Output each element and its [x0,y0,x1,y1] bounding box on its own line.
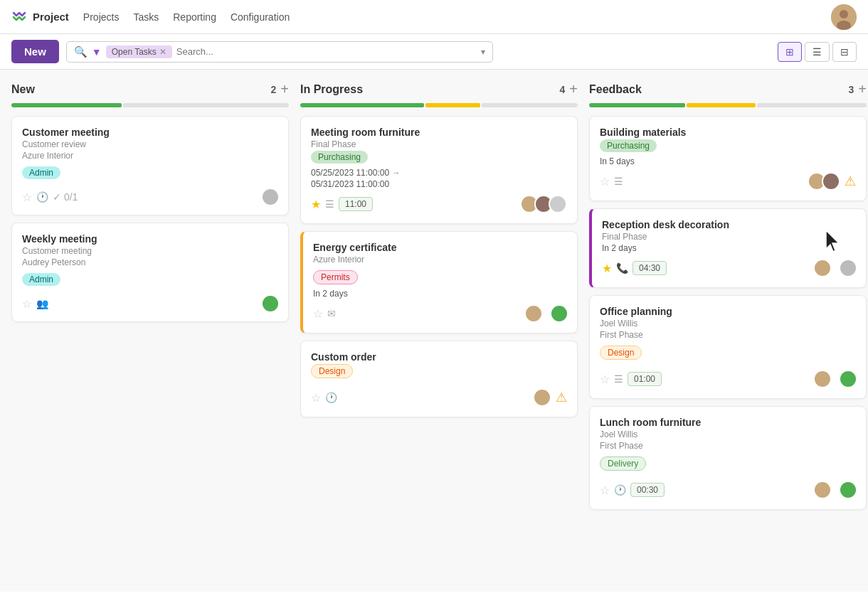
table-view-button[interactable]: ⊟ [832,42,857,62]
card-badge[interactable]: Design [600,346,642,360]
card-footer: ☆ ☰ 01:00 [600,370,856,388]
column-add-feedback[interactable]: + [858,81,867,97]
card-deadline: In 5 days [600,156,856,166]
mini-avatar [813,481,832,499]
column-title-new: New [11,83,267,96]
filter-tag[interactable]: Open Tasks ✕ [106,46,172,58]
card-footer: ☆ 👥 [22,296,278,311]
avatars [817,481,832,499]
card-footer: ☆ ☰ ⚠ [600,172,856,191]
user-avatar[interactable] [831,4,857,30]
phone-icon[interactable]: 📞 [616,262,628,274]
card-footer: ★ 📞 04:30 [602,259,856,277]
star-icon[interactable]: ★ [311,198,321,211]
star-icon[interactable]: ☆ [22,297,32,311]
filter-icon: ▼ [92,46,102,58]
card-badge[interactable]: Design [311,364,353,378]
column-count-feedback: 3 [849,84,854,95]
nav-reporting[interactable]: Reporting [173,11,216,23]
star-icon[interactable]: ☆ [311,391,321,405]
card-date-end: 05/31/2023 11:00:00 [311,179,567,189]
column-title-in-progress: In Progress [300,83,556,96]
card-custom-order[interactable]: Custom order Design ☆ 🕐 ⚠ [300,341,578,417]
card-badge[interactable]: Delivery [600,456,646,471]
card-deadline: In 2 days [313,289,567,299]
clock-icon[interactable]: 🕐 [325,392,337,403]
group-icon[interactable]: 👥 [36,298,48,309]
column-header-feedback: Feedback 3 + [589,81,867,97]
status-dot [263,189,278,205]
progress-bar-feedback [589,103,867,107]
card-title: Customer meeting [22,127,278,138]
clock-icon[interactable]: 🕐 [614,484,626,496]
star-icon[interactable]: ☆ [600,175,610,188]
column-count-in-progress: 4 [560,84,566,95]
mini-avatar [549,195,567,213]
column-add-in-progress[interactable]: + [569,81,578,97]
email-icon[interactable]: ✉ [327,308,336,319]
card-reception-desk-decoration[interactable]: Reception desk decoration Final Phase In… [589,208,867,288]
column-header-new: New 2 + [11,81,289,97]
filter-close[interactable]: ✕ [159,47,166,57]
star-icon[interactable]: ☆ [22,191,32,204]
clock-icon[interactable]: 🕐 [36,191,48,203]
column-in-progress: In Progress 4 + Meeting room furniture F… [300,81,578,580]
toolbar: New 🔍 ▼ Open Tasks ✕ ▾ ⊞ ☰ ⊟ [0,34,868,70]
card-footer: ☆ 🕐 ⚠ [311,388,567,407]
card-person: Joel Willis [600,319,856,328]
view-buttons: ⊞ ☰ ⊟ [778,42,857,62]
star-icon[interactable]: ☆ [600,373,610,386]
column-add-new[interactable]: + [280,81,289,97]
card-customer-meeting[interactable]: Customer meeting Customer review Azure I… [11,116,289,215]
card-weekly-meeting[interactable]: Weekly meeting Customer meeting Audrey P… [11,223,289,322]
task-count: ✓ 0/1 [53,191,78,203]
list-icon[interactable]: ☰ [614,176,623,187]
list-icon[interactable]: ☰ [614,373,623,385]
search-dropdown-arrow[interactable]: ▾ [481,47,485,57]
card-subtitle: Customer meeting [22,246,278,256]
nav-projects[interactable]: Projects [83,11,120,23]
card-building-materials[interactable]: Building materials Purchasing In 5 days … [589,116,867,201]
star-icon[interactable]: ☆ [313,307,323,321]
star-icon[interactable]: ★ [602,262,612,275]
card-badge[interactable]: Purchasing [311,151,368,164]
top-nav: Project Projects Tasks Reporting Configu… [0,0,868,34]
status-dot [263,296,278,311]
card-phase: Final Phase [311,139,567,149]
card-energy-certificate[interactable]: Energy certificate Azure Interior Permit… [300,231,578,333]
avatars [817,259,832,277]
avatars [812,172,840,191]
card-badge[interactable]: Permits [313,270,358,284]
card-badge[interactable]: Admin [22,166,60,179]
card-badge[interactable]: Admin [22,273,60,286]
list-icon[interactable]: ☰ [325,198,334,210]
card-phase: Final Phase [602,232,856,242]
card-title: Custom order [311,351,567,363]
nav-configuration[interactable]: Configuration [231,11,290,23]
avatars [529,304,543,323]
status-dot [840,371,856,387]
search-icon: 🔍 [74,46,88,58]
kanban-view-button[interactable]: ⊞ [778,42,802,62]
app-title: Project [33,11,69,23]
mini-avatar [822,172,840,191]
status-dot [551,306,567,321]
app-logo[interactable]: Project [11,9,69,26]
time-badge: 00:30 [630,483,665,497]
card-meeting-room-furniture[interactable]: Meeting room furniture Final Phase Purch… [300,116,578,224]
card-office-planning[interactable]: Office planning Joel Willis First Phase … [589,295,867,399]
card-badge[interactable]: Purchasing [600,139,657,152]
progress-green [11,103,122,107]
svg-point-1 [840,10,848,18]
column-count-new: 2 [271,84,277,95]
avatars [524,195,567,213]
card-title: Reception desk decoration [602,219,856,230]
list-view-button[interactable]: ☰ [805,42,830,62]
star-icon[interactable]: ☆ [600,484,610,497]
search-input[interactable] [176,46,477,57]
card-lunch-room-furniture[interactable]: Lunch room furniture Joel Willis First P… [589,406,867,510]
nav-tasks[interactable]: Tasks [133,11,159,23]
card-title: Office planning [600,306,856,317]
new-button[interactable]: New [11,40,59,63]
card-title: Energy certificate [313,242,567,253]
